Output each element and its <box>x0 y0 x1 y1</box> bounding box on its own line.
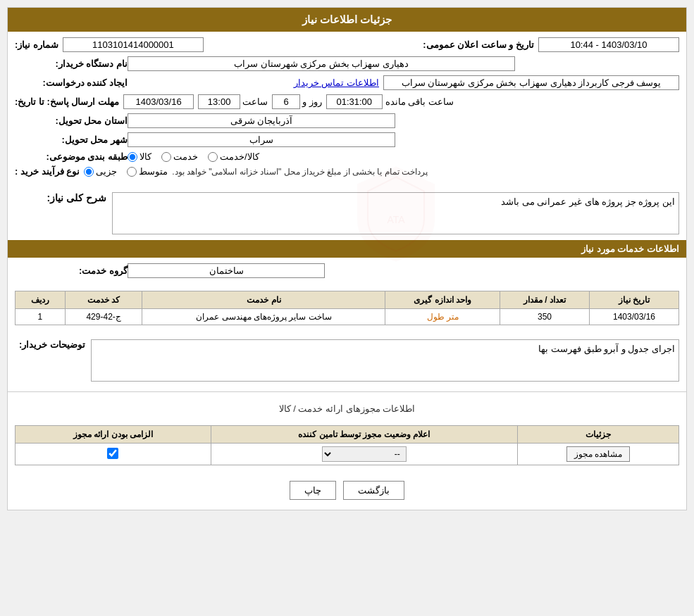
contact-link[interactable]: اطلاعات تماس خریدار <box>294 77 379 88</box>
purchase-notice: پرداخت تمام یا بخشی از مبلغ خریداز محل "… <box>172 167 428 177</box>
remaining-value: 01:31:00 <box>326 94 383 109</box>
buyer-org-value: دهیاری سهزاب بخش مرکزی شهرستان سراب <box>128 56 515 71</box>
cell-qty: 350 <box>500 309 590 325</box>
time-value: 13:00 <box>198 94 240 109</box>
category-kala-label: کالا <box>140 151 151 162</box>
permit-view-button[interactable]: مشاهده مجوز <box>566 446 630 462</box>
need-number-label: شماره نیاز: <box>15 39 58 50</box>
purchase-type-label: نوع فرآیند خرید : <box>15 166 80 177</box>
city-label: شهر محل تحویل: <box>15 134 128 145</box>
province-value: آذربایجان شرقی <box>128 113 395 128</box>
cell-row-num: 1 <box>16 309 66 325</box>
permit-title: اطلاعات مجوزهای ارائه خدمت / کالا <box>15 403 679 414</box>
permit-details-cell: مشاهده مجوز <box>517 444 678 465</box>
category-kala-khedmat-label: کالا/خدمت <box>220 151 259 162</box>
category-khedmat-radio[interactable]: خدمت <box>161 151 198 162</box>
purchase-motavasset-input[interactable] <box>127 167 137 177</box>
category-khedmat-label: خدمت <box>173 151 198 162</box>
cell-service-name: ساخت سایر پروژه‌های مهندسی عمران <box>142 309 385 325</box>
buyer-org-label: نام دستگاه خریدار: <box>15 58 128 69</box>
permit-required-cell <box>16 444 211 465</box>
table-row: 1403/03/16 350 متر طول ساخت سایر پروژه‌ه… <box>16 309 679 325</box>
purchase-jozee-radio[interactable]: جزیی <box>84 166 117 177</box>
col-service-name: نام خدمت <box>142 291 385 309</box>
services-table: تاریخ نیاز تعداد / مقدار واحد اندازه گیر… <box>15 291 679 325</box>
category-kala-khedmat-radio[interactable]: کالا/خدمت <box>208 151 259 162</box>
purchase-jozee-input[interactable] <box>84 167 94 177</box>
service-group-value: ساختمان <box>128 263 325 278</box>
permit-status-cell[interactable]: -- <box>211 444 517 465</box>
category-label: طبقه بندی موضوعی: <box>15 151 128 162</box>
announce-datetime-value: 1403/03/10 - 10:44 <box>538 37 679 52</box>
purchase-jozee-label: جزیی <box>96 166 117 177</box>
purchase-motavasset-radio[interactable]: متوسط <box>127 166 168 177</box>
category-kala-input[interactable] <box>128 152 137 162</box>
creator-label: ایجاد کننده درخواست: <box>15 77 128 88</box>
cell-service-code: ج-42-429 <box>65 309 142 325</box>
description-value: این پروژه جز پروژه های غیر عمرانی می باش… <box>501 196 675 207</box>
page-title: جزئیات اطلاعات نیاز <box>8 8 686 32</box>
days-label: روز و <box>302 96 322 107</box>
permit-row: مشاهده مجوز -- <box>16 444 679 465</box>
col-qty: تعداد / مقدار <box>500 291 590 309</box>
service-group-label: گروه خدمت: <box>15 265 128 276</box>
permit-table: جزئیات اعلام وضعیت مجوز توسط تامین کننده… <box>15 425 679 465</box>
category-khedmat-input[interactable] <box>161 152 171 162</box>
province-label: استان محل تحویل: <box>15 115 128 126</box>
cell-date: 1403/03/16 <box>589 309 678 325</box>
days-value: 6 <box>272 94 300 109</box>
permit-status-select[interactable]: -- <box>322 446 407 462</box>
col-unit: واحد اندازه گیری <box>385 291 500 309</box>
buyer-notes-label: توضیحات خریدار: <box>15 339 85 350</box>
time-label: ساعت <box>242 96 268 107</box>
description-box: این پروژه جز پروژه های غیر عمرانی می باش… <box>112 192 679 234</box>
col-service-code: کد خدمت <box>65 291 142 309</box>
need-number-value: 1103101414000001 <box>63 37 204 52</box>
category-kala-khedmat-input[interactable] <box>208 152 218 162</box>
deadline-date-value: 1403/03/16 <box>123 94 194 109</box>
service-section-header: اطلاعات خدمات مورد نیاز <box>8 240 686 258</box>
category-kala-radio[interactable]: کالا <box>128 151 151 162</box>
back-button[interactable]: بازگشت <box>343 481 404 500</box>
buyer-notes-box: اجرای جدول و آبرو طبق فهرست بها <box>91 339 679 382</box>
print-button[interactable]: چاپ <box>290 481 336 500</box>
permit-required-checkbox[interactable] <box>107 448 118 459</box>
cell-unit: متر طول <box>385 309 500 325</box>
permit-col-status: اعلام وضعیت مجوز توسط تامین کننده <box>211 426 517 444</box>
deadline-label: مهلت ارسال پاسخ: تا تاریخ: <box>15 96 119 107</box>
permit-col-details: جزئیات <box>517 426 678 444</box>
purchase-motavasset-label: متوسط <box>139 166 168 177</box>
announce-datetime-label: تاریخ و ساعت اعلان عمومی: <box>423 39 534 50</box>
creator-value: یوسف فرجی کاربرداز دهیاری سهزاب بخش مرکز… <box>383 75 679 90</box>
permit-col-required: الزامی بودن ارائه مجوز <box>16 426 211 444</box>
description-label: شرح کلی نیاز: <box>47 192 106 203</box>
buyer-notes-value: اجرای جدول و آبرو طبق فهرست بها <box>538 344 675 354</box>
remaining-label: ساعت باقی مانده <box>385 96 454 107</box>
col-date: تاریخ نیاز <box>589 291 678 309</box>
city-value: سراب <box>128 132 395 147</box>
col-row-num: ردیف <box>16 291 66 309</box>
